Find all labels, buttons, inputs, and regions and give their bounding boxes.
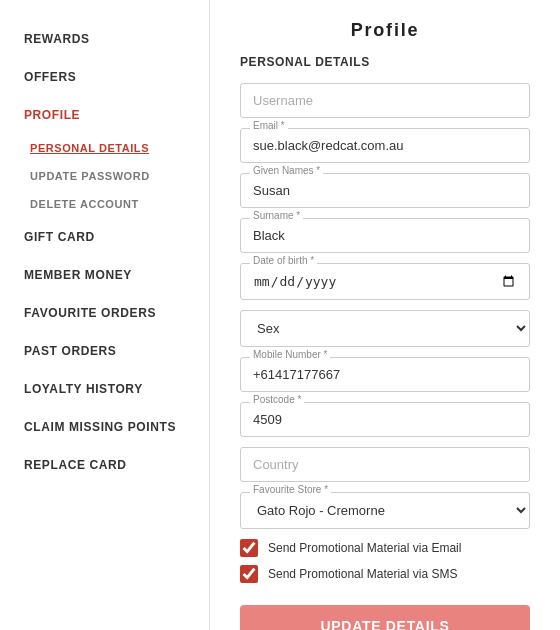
sidebar: Rewards Offers Profile Personal Details … [0, 0, 210, 630]
promo-sms-label[interactable]: Send Promotional Material via SMS [268, 567, 457, 581]
surname-input[interactable] [240, 218, 530, 253]
section-title: Personal Details [240, 55, 530, 69]
country-input[interactable] [240, 447, 530, 482]
email-group: Email * [240, 128, 530, 163]
surname-group: Surname * [240, 218, 530, 253]
mobile-input[interactable] [240, 357, 530, 392]
favourite-store-label: Favourite Store * [250, 484, 331, 495]
sidebar-item-member-money[interactable]: Member Money [0, 256, 209, 294]
sex-group: Sex Male Female Other [240, 310, 530, 347]
username-input[interactable] [240, 83, 530, 118]
username-group [240, 83, 530, 118]
email-label: Email * [250, 120, 288, 131]
sidebar-item-gift-card[interactable]: Gift Card [0, 218, 209, 256]
email-input[interactable] [240, 128, 530, 163]
country-group [240, 447, 530, 482]
mobile-label: Mobile Number * [250, 349, 330, 360]
given-names-label: Given Names * [250, 165, 323, 176]
favourite-store-select[interactable]: Gato Rojo - Cremorne [240, 492, 530, 529]
mobile-group: Mobile Number * [240, 357, 530, 392]
main-content: Profile Personal Details Email * Given N… [210, 0, 560, 630]
update-details-button[interactable]: Update Details [240, 605, 530, 630]
favourite-store-group: Favourite Store * Gato Rojo - Cremorne [240, 492, 530, 529]
sidebar-item-profile[interactable]: Profile [0, 96, 209, 134]
promo-email-checkbox[interactable] [240, 539, 258, 557]
sidebar-sub-delete-account[interactable]: Delete Account [0, 190, 209, 218]
sidebar-item-loyalty-history[interactable]: Loyalty History [0, 370, 209, 408]
dob-label: Date of birth * [250, 255, 317, 266]
postcode-group: Postcode * [240, 402, 530, 437]
sidebar-sub-personal-details[interactable]: Personal Details [0, 134, 209, 162]
sidebar-item-favourite-orders[interactable]: Favourite Orders [0, 294, 209, 332]
sidebar-sub-update-password[interactable]: Update Password [0, 162, 209, 190]
sidebar-item-claim-missing-points[interactable]: Claim Missing Points [0, 408, 209, 446]
sidebar-item-replace-card[interactable]: Replace Card [0, 446, 209, 484]
dob-input[interactable] [240, 263, 530, 300]
page-title: Profile [240, 20, 530, 41]
given-names-group: Given Names * [240, 173, 530, 208]
dob-group: Date of birth * [240, 263, 530, 300]
given-names-input[interactable] [240, 173, 530, 208]
promo-sms-checkbox[interactable] [240, 565, 258, 583]
sidebar-item-past-orders[interactable]: Past Orders [0, 332, 209, 370]
postcode-input[interactable] [240, 402, 530, 437]
postcode-label: Postcode * [250, 394, 304, 405]
promo-email-row: Send Promotional Material via Email [240, 539, 530, 557]
promo-email-label[interactable]: Send Promotional Material via Email [268, 541, 461, 555]
surname-label: Surname * [250, 210, 303, 221]
sex-select[interactable]: Sex Male Female Other [240, 310, 530, 347]
sidebar-item-rewards[interactable]: Rewards [0, 20, 209, 58]
promo-sms-row: Send Promotional Material via SMS [240, 565, 530, 583]
sidebar-item-offers[interactable]: Offers [0, 58, 209, 96]
